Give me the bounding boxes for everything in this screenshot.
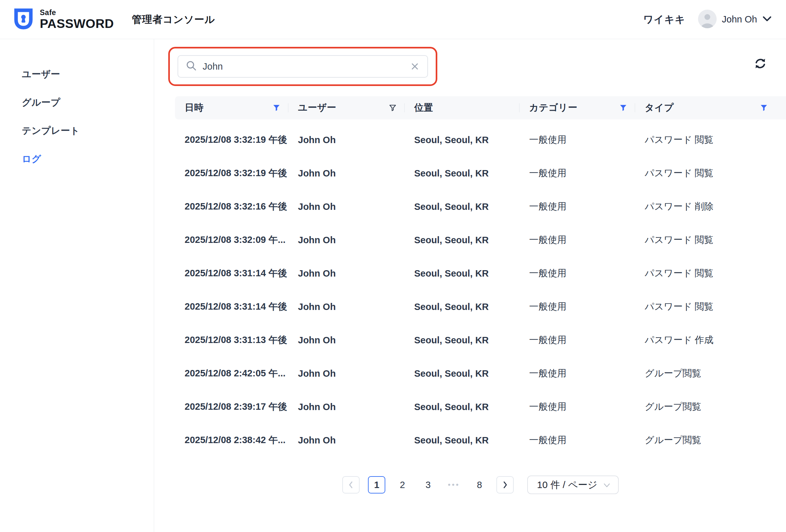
column-label: タイプ xyxy=(645,101,674,114)
cell-category: 一般使用 xyxy=(519,334,635,346)
logo-wordmark: Safe PASSWORD xyxy=(40,9,114,30)
table-row[interactable]: 2025/12/08 2:39:17 午後 John Oh Seoul, Seo… xyxy=(175,390,786,424)
page-button-1[interactable]: 1 xyxy=(368,476,385,493)
filter-icon-type-active[interactable] xyxy=(759,103,769,113)
filter-icon-datetime-active[interactable] xyxy=(272,103,281,113)
cell-datetime: 2025/12/08 2:39:17 午後 xyxy=(175,401,288,413)
cell-user: John Oh xyxy=(288,301,404,312)
main-content: 日時 ユーザー 位置 カテ xyxy=(154,39,786,532)
annotation-highlight-box xyxy=(168,47,437,86)
cell-type: グループ閲覧 xyxy=(635,367,786,380)
table-row[interactable]: 2025/12/08 3:31:14 午後 John Oh Seoul, Seo… xyxy=(175,257,786,290)
table-row[interactable]: 2025/12/08 3:32:19 午後 John Oh Seoul, Seo… xyxy=(175,156,786,190)
cell-type: パスワード 閲覧 xyxy=(635,267,786,280)
table-row[interactable]: 2025/12/08 2:38:42 午... John Oh Seoul, S… xyxy=(175,424,786,457)
cell-location: Seoul, Seoul, KR xyxy=(404,168,519,179)
cell-user: John Oh xyxy=(288,435,404,446)
logo-password-text: PASSWORD xyxy=(40,17,114,30)
next-page-button[interactable] xyxy=(496,476,514,493)
table-row[interactable]: 2025/12/08 3:32:09 午... John Oh Seoul, S… xyxy=(175,223,786,257)
logo-safe-text: Safe xyxy=(40,9,114,16)
column-label: ユーザー xyxy=(298,101,336,114)
sidebar-nav: ユーザー グループ テンプレート ログ xyxy=(0,39,154,532)
cell-location: Seoul, Seoul, KR xyxy=(404,201,519,212)
column-header-datetime: 日時 xyxy=(175,96,288,119)
cell-category: 一般使用 xyxy=(519,300,635,313)
cell-user: John Oh xyxy=(288,135,404,145)
cell-location: Seoul, Seoul, KR xyxy=(404,435,519,446)
avatar xyxy=(698,9,717,29)
table-row[interactable]: 2025/12/08 3:31:14 午後 John Oh Seoul, Seo… xyxy=(175,290,786,323)
cell-category: 一般使用 xyxy=(519,200,635,213)
pagination-ellipsis[interactable]: ••• xyxy=(445,480,462,489)
cell-datetime: 2025/12/08 3:31:13 午後 xyxy=(175,334,288,346)
cell-type: パスワード 作成 xyxy=(635,334,786,346)
column-label: 位置 xyxy=(414,101,433,114)
cell-datetime: 2025/12/08 3:32:16 午後 xyxy=(175,200,288,213)
filter-icon-category-active[interactable] xyxy=(618,103,628,113)
cell-user: John Oh xyxy=(288,235,404,245)
column-label: カテゴリー xyxy=(529,101,577,114)
sidebar-item-logs[interactable]: ログ xyxy=(0,145,154,173)
log-search-box xyxy=(178,55,428,78)
page-size-select[interactable]: 10 件 / ページ xyxy=(527,476,618,494)
sidebar-item-templates[interactable]: テンプレート xyxy=(0,117,154,145)
chevron-down-icon xyxy=(762,16,772,23)
sidebar-item-users[interactable]: ユーザー xyxy=(0,60,154,89)
prev-page-button[interactable] xyxy=(342,476,360,493)
table-row[interactable]: 2025/12/08 2:42:05 午... John Oh Seoul, S… xyxy=(175,357,786,390)
sidebar-item-groups[interactable]: グループ xyxy=(0,89,154,117)
cell-datetime: 2025/12/08 3:32:19 午後 xyxy=(175,134,288,146)
cell-category: 一般使用 xyxy=(519,367,635,380)
organization-name: ワイキキ xyxy=(643,13,685,26)
cell-category: 一般使用 xyxy=(519,234,635,246)
cell-datetime: 2025/12/08 3:31:14 午後 xyxy=(175,300,288,313)
cell-type: パスワード 閲覧 xyxy=(635,134,786,146)
top-bar: Safe PASSWORD 管理者コンソール ワイキキ John Oh xyxy=(0,0,786,39)
cell-user: John Oh xyxy=(288,168,404,179)
cell-category: 一般使用 xyxy=(519,401,635,413)
chevron-down-icon xyxy=(603,479,610,490)
cell-datetime: 2025/12/08 3:31:14 午後 xyxy=(175,267,288,280)
refresh-button[interactable] xyxy=(753,56,768,71)
cell-type: グループ閲覧 xyxy=(635,401,786,413)
cell-user: John Oh xyxy=(288,335,404,345)
cell-user: John Oh xyxy=(288,368,404,379)
cell-type: パスワード 閲覧 xyxy=(635,234,786,246)
admin-console-page: Safe PASSWORD 管理者コンソール ワイキキ John Oh xyxy=(0,0,786,532)
user-name: John Oh xyxy=(722,14,757,25)
cell-location: Seoul, Seoul, KR xyxy=(404,301,519,312)
cell-datetime: 2025/12/08 2:42:05 午... xyxy=(175,367,288,380)
filter-icon-user[interactable] xyxy=(388,103,397,113)
cell-datetime: 2025/12/08 2:38:42 午... xyxy=(175,434,288,446)
page-button-8[interactable]: 8 xyxy=(471,476,488,493)
column-header-user: ユーザー xyxy=(288,96,404,119)
search-input[interactable] xyxy=(203,61,410,72)
table-row[interactable]: 2025/12/08 3:32:19 午後 John Oh Seoul, Seo… xyxy=(175,123,786,156)
cell-category: 一般使用 xyxy=(519,434,635,446)
cell-category: 一般使用 xyxy=(519,134,635,146)
cell-datetime: 2025/12/08 3:32:09 午... xyxy=(175,234,288,246)
cell-location: Seoul, Seoul, KR xyxy=(404,268,519,279)
column-header-category: カテゴリー xyxy=(519,96,635,119)
cell-location: Seoul, Seoul, KR xyxy=(404,402,519,412)
column-header-location: 位置 xyxy=(404,96,519,119)
table-header-row: 日時 ユーザー 位置 カテ xyxy=(175,96,786,119)
cell-type: グループ閲覧 xyxy=(635,434,786,446)
table-row[interactable]: 2025/12/08 3:31:13 午後 John Oh Seoul, Seo… xyxy=(175,323,786,357)
cell-location: Seoul, Seoul, KR xyxy=(404,335,519,345)
column-label: 日時 xyxy=(185,101,204,114)
table-row[interactable]: 2025/12/08 3:32:16 午後 John Oh Seoul, Seo… xyxy=(175,190,786,223)
page-button-3[interactable]: 3 xyxy=(419,476,437,493)
page-size-value: 10 件 / ページ xyxy=(537,478,597,491)
page-button-2[interactable]: 2 xyxy=(394,476,411,493)
page-title: 管理者コンソール xyxy=(132,13,215,26)
cell-category: 一般使用 xyxy=(519,267,635,280)
pagination: 1 2 3 ••• 8 10 件 / ページ xyxy=(175,476,786,494)
cell-type: パスワード 閲覧 xyxy=(635,300,786,313)
cell-type: パスワード 閲覧 xyxy=(635,167,786,180)
cell-user: John Oh xyxy=(288,268,404,279)
cell-location: Seoul, Seoul, KR xyxy=(404,235,519,245)
user-menu[interactable]: John Oh xyxy=(698,9,772,29)
clear-search-icon[interactable] xyxy=(410,62,420,71)
